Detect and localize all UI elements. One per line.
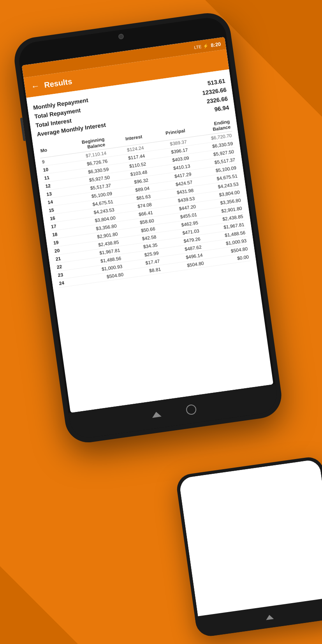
back-nav-icon xyxy=(151,411,162,418)
home-nav-icon xyxy=(185,404,197,415)
phone-notch xyxy=(85,25,156,46)
phone-screen: LTE ⚡ 8:20 ← Results Monthly Repayment 5… xyxy=(22,37,273,413)
signal-icon: LTE xyxy=(194,44,202,50)
camera-icon xyxy=(118,33,124,40)
avg-monthly-interest-value: 96.94 xyxy=(214,104,230,113)
page-title: Results xyxy=(44,77,73,90)
bg-triangle-bottom xyxy=(0,566,78,644)
phone-second xyxy=(175,456,322,638)
status-icons: LTE ⚡ xyxy=(194,43,209,50)
content-area: Monthly Repayment 513.61 Total Repayment… xyxy=(26,69,257,292)
back-nav-button[interactable] xyxy=(150,408,163,421)
home-nav-button[interactable] xyxy=(185,403,198,416)
amortization-table: Mo BeginningBalance Interest Principal E… xyxy=(38,117,250,288)
back-button[interactable]: ← xyxy=(30,81,40,92)
side-button xyxy=(20,118,26,141)
monthly-repayment-value: 513.61 xyxy=(207,77,226,86)
status-time: 8:20 xyxy=(210,41,221,48)
battery-icon: ⚡ xyxy=(203,43,209,49)
second-back-icon xyxy=(266,614,274,620)
